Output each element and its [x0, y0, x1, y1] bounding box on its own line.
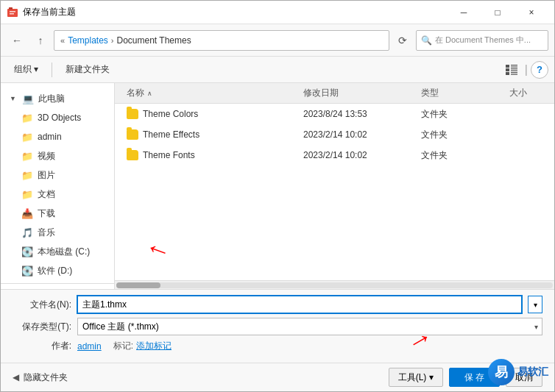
sidebar-item-3dobjects[interactable]: 📁 3D Objects [1, 108, 114, 127]
cancel-button[interactable]: 取消 [506, 368, 542, 387]
file-header: 名称 ∧ 修改日期 类型 大小 [115, 83, 554, 104]
sidebar-item-music[interactable]: 🎵 音乐 [1, 223, 114, 242]
folder-icon-admin: 📁 [21, 132, 33, 143]
sidebar-item-videos[interactable]: 📁 视频 [1, 146, 114, 165]
folder-icon-3d: 📁 [21, 113, 33, 124]
hide-arrow-icon: ◀ [13, 372, 19, 382]
filename-input[interactable] [77, 296, 522, 313]
svg-rect-9 [511, 70, 517, 71]
author-value[interactable]: admin [77, 341, 102, 352]
svg-rect-1 [9, 7, 13, 10]
breadcrumb-templates[interactable]: Templates [68, 35, 108, 46]
music-icon: 🎵 [21, 227, 33, 238]
folder-icon-docs: 📁 [21, 189, 33, 200]
author-label: 作者: [13, 340, 71, 352]
folder-icon-fonts [127, 150, 138, 160]
breadcrumb[interactable]: « Templates › Document Themes [54, 30, 389, 51]
title-bar: 保存当前主题 ─ □ × [1, 1, 554, 24]
breadcrumb-double-arrow: « [60, 36, 65, 45]
svg-rect-12 [511, 74, 517, 74]
dialog-title: 保存当前主题 [23, 6, 76, 18]
toolbar-right: | ? [501, 60, 548, 80]
file-list: Theme Colors 2023/8/24 13:53 文件夹 Theme E… [115, 104, 554, 280]
file-area: 名称 ∧ 修改日期 类型 大小 Theme Colors 2023/8/24 1… [115, 83, 554, 289]
filename-label: 文件名(N): [13, 299, 71, 311]
disk-icon-d: 💽 [21, 266, 33, 277]
close-button[interactable]: × [515, 1, 548, 24]
main-content: ▼ 💻 此电脑 📁 3D Objects 📁 admin 📁 视频 📁 图片 [1, 83, 554, 289]
footer-right: 工具(L) ▾ 保 存 取消 [389, 368, 542, 387]
file-type-effects: 文件夹 [415, 129, 503, 141]
sidebar-item-pictures[interactable]: 📁 图片 [1, 165, 114, 185]
filetype-select[interactable]: Office 主题 (*.thmx) [77, 318, 542, 335]
scrollbar-thumb[interactable] [116, 282, 160, 288]
save-dialog: 保存当前主题 ─ □ × ← ↑ « Templates › Document … [0, 0, 555, 392]
maximize-button[interactable]: □ [481, 1, 515, 24]
search-placeholder: 在 Document Themes 中... [435, 35, 531, 46]
bottom-section: 文件名(N): ▾ 保存类型(T): Office 主题 (*.thmx) ▾ … [1, 289, 554, 363]
new-folder-button[interactable]: 新建文件夹 [58, 60, 117, 80]
sidebar-divider [1, 283, 114, 286]
filetype-row: 保存类型(T): Office 主题 (*.thmx) ▾ [13, 318, 542, 335]
sidebar-item-this-pc[interactable]: ▼ 💻 此电脑 [1, 89, 114, 108]
file-row-theme-effects[interactable]: Theme Effects 2023/2/14 10:02 文件夹 [115, 124, 554, 145]
minimize-button[interactable]: ─ [447, 1, 481, 24]
title-controls: ─ □ × [447, 1, 548, 24]
file-date-colors: 2023/8/24 13:53 [297, 109, 415, 119]
svg-rect-5 [511, 65, 517, 65]
svg-rect-7 [506, 68, 509, 71]
save-button[interactable]: 保 存 [449, 368, 500, 387]
address-bar: ← ↑ « Templates › Document Themes ⟳ 🔍 在 … [1, 24, 554, 57]
sidebar-item-local-c[interactable]: 💽 本地磁盘 (C:) [1, 242, 114, 261]
file-date-fonts: 2023/2/14 10:02 [297, 150, 415, 160]
filetype-select-wrapper: Office 主题 (*.thmx) ▾ [77, 318, 542, 335]
folder-icon-videos: 📁 [21, 151, 33, 162]
back-button[interactable]: ← [7, 30, 27, 51]
svg-rect-4 [506, 65, 509, 68]
sidebar-item-documents[interactable]: 📁 文档 [1, 185, 114, 204]
file-type-colors: 文件夹 [415, 108, 503, 121]
horizontal-scrollbar[interactable] [115, 280, 554, 289]
file-row-theme-colors[interactable]: Theme Colors 2023/8/24 13:53 文件夹 [115, 104, 554, 124]
svg-rect-10 [506, 72, 509, 75]
footer: ◀ 隐藏文件夹 工具(L) ▾ 保 存 取消 [1, 363, 554, 391]
filename-row: 文件名(N): ▾ [13, 296, 542, 313]
file-date-effects: 2023/2/14 10:02 [297, 129, 415, 140]
file-type-fonts: 文件夹 [415, 149, 503, 162]
toolbar-divider [52, 63, 52, 77]
svg-rect-6 [511, 66, 517, 67]
col-header-name[interactable]: 名称 ∧ [121, 87, 297, 99]
folder-icon-pictures: 📁 [21, 170, 33, 181]
add-tags-link[interactable]: 添加标记 [136, 340, 172, 352]
tags-row: 作者: admin 标记: 添加标记 [13, 340, 542, 352]
svg-rect-8 [511, 68, 517, 69]
col-header-type[interactable]: 类型 [415, 87, 503, 99]
sidebar-item-admin[interactable]: 📁 admin [1, 127, 114, 146]
sidebar-item-downloads[interactable]: 📥 下载 [1, 204, 114, 223]
sort-indicator: ∧ [147, 90, 152, 97]
download-icon: 📥 [21, 208, 33, 219]
svg-rect-3 [10, 13, 14, 15]
sidebar-item-software-d[interactable]: 💽 软件 (D:) [1, 261, 114, 280]
view-toggle-button[interactable] [501, 60, 522, 80]
tags-fields: admin 标记: 添加标记 [77, 340, 542, 352]
refresh-button[interactable]: ⟳ [392, 30, 413, 51]
author-field: admin [77, 340, 102, 352]
up-button[interactable]: ↑ [30, 30, 51, 51]
toolbar: 组织 ▾ 新建文件夹 | ? [1, 57, 554, 83]
col-header-size[interactable]: 大小 [503, 87, 548, 99]
organize-button[interactable]: 组织 ▾ [7, 60, 46, 80]
col-header-date[interactable]: 修改日期 [297, 87, 415, 99]
breadcrumb-current: Document Themes [117, 35, 191, 46]
sidebar: ▼ 💻 此电脑 📁 3D Objects 📁 admin 📁 视频 📁 图片 [1, 83, 115, 289]
tools-button[interactable]: 工具(L) ▾ [389, 368, 443, 387]
scrollbar-track [116, 282, 553, 288]
search-box[interactable]: 🔍 在 Document Themes 中... [416, 30, 548, 51]
help-button[interactable]: ? [531, 61, 548, 79]
app-icon [7, 7, 18, 18]
hide-folders-toggle[interactable]: ◀ 隐藏文件夹 [13, 371, 68, 384]
svg-rect-0 [7, 9, 18, 17]
title-bar-left: 保存当前主题 [7, 6, 76, 18]
file-row-theme-fonts[interactable]: Theme Fonts 2023/2/14 10:02 文件夹 [115, 145, 554, 165]
filename-dropdown-btn[interactable]: ▾ [528, 296, 542, 313]
